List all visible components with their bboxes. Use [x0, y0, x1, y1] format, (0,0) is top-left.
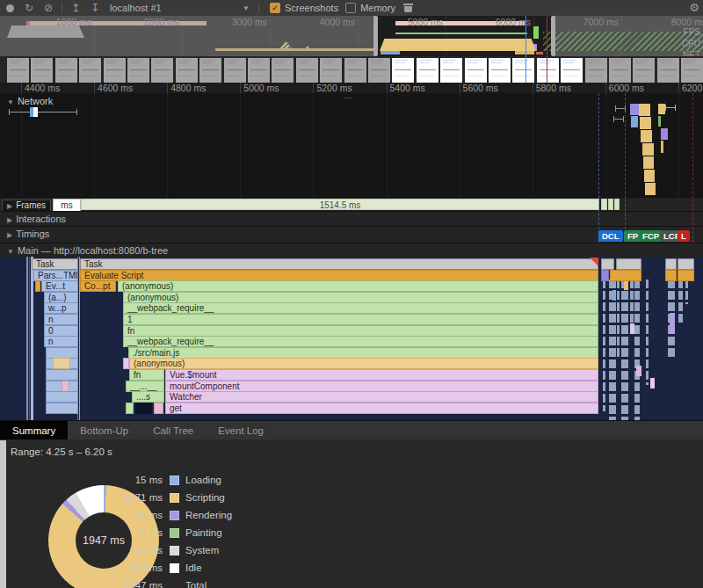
screenshot-thumbnail[interactable] — [55, 58, 77, 83]
scrollbar-track[interactable] — [0, 440, 6, 588]
screenshot-thumbnail[interactable] — [609, 58, 631, 83]
interactions-header[interactable]: ▶Interactions — [7, 214, 66, 224]
network-request-bar[interactable] — [613, 116, 614, 122]
flame-bar-task[interactable]: Task — [80, 258, 598, 270]
tab-call-tree[interactable]: Call Tree — [141, 421, 206, 440]
network-request-bar[interactable] — [76, 109, 77, 115]
target-select[interactable]: localhost #1 ▼ — [105, 3, 255, 13]
screenshot-thumbnail[interactable] — [272, 58, 294, 83]
flame-bar[interactable] — [62, 381, 69, 392]
flame-bar--[interactable]: __...__ — [126, 381, 164, 392]
tab-summary[interactable]: Summary — [0, 421, 68, 440]
screenshot-thumbnail[interactable] — [585, 58, 607, 83]
flame-bar-fn[interactable]: fn — [123, 325, 598, 337]
network-request-bar[interactable] — [9, 112, 77, 113]
flame-bar[interactable] — [154, 403, 163, 414]
flame-bar--s[interactable]: ....s — [132, 391, 164, 403]
flame-bar[interactable] — [46, 403, 78, 414]
screenshot-thumbnail[interactable] — [633, 58, 655, 83]
flame-bar[interactable] — [35, 280, 40, 292]
screenshot-thumbnail[interactable] — [151, 58, 173, 83]
network-request-bar[interactable] — [645, 183, 656, 195]
network-request-bar[interactable] — [615, 105, 616, 112]
flame-bar--webpack-require-[interactable]: __webpack_require__ — [123, 336, 598, 347]
flame-bar-vue-mount[interactable]: Vue.$mount — [165, 369, 598, 381]
network-request-bar[interactable] — [658, 116, 661, 127]
screenshot-thumbnail[interactable] — [344, 58, 366, 83]
record-button[interactable] — [0, 1, 19, 15]
flame-bar[interactable] — [665, 258, 677, 270]
network-request-bar[interactable] — [640, 117, 651, 129]
flame-bar[interactable] — [616, 258, 641, 270]
network-request-bar[interactable] — [631, 116, 638, 127]
reload-and-record-button[interactable]: ↻ — [19, 1, 39, 15]
screenshot-thumbnail[interactable] — [681, 58, 703, 83]
tab-bottom-up[interactable]: Bottom-Up — [68, 421, 141, 440]
screenshot-thumbnail[interactable] — [561, 58, 583, 83]
flame-bar-mountcomponent[interactable]: mountComponent — [165, 381, 598, 392]
selection-handle-left[interactable] — [373, 16, 378, 56]
screenshot-thumbnail[interactable] — [537, 58, 559, 83]
timings-track[interactable]: ▶Timings DCLFPFCPLCPL — [0, 226, 703, 243]
screenshot-thumbnail[interactable] — [199, 58, 221, 83]
flame-bar[interactable] — [46, 391, 78, 403]
frames-track[interactable]: ▶Frames ms 1514.5 ms — [0, 197, 703, 212]
frame-ms-box[interactable]: ms — [53, 199, 81, 212]
flame-bar-1[interactable]: 1 — [123, 314, 598, 325]
frame-segment[interactable] — [614, 199, 620, 210]
flame-bar[interactable] — [126, 403, 134, 414]
screenshot-thumbnail[interactable] — [127, 58, 149, 83]
screenshot-thumbnail[interactable] — [176, 58, 198, 83]
flame-bar-fn[interactable]: fn — [129, 369, 164, 381]
screenshot-thumbnail[interactable] — [296, 58, 318, 83]
screenshot-thumbnail[interactable] — [31, 58, 53, 83]
load-profile-button[interactable]: ↥ — [66, 1, 85, 15]
flame-bar[interactable] — [678, 258, 694, 270]
main-track-header[interactable]: ▼Main — http://localhost:8080/b-tree — [0, 243, 703, 258]
network-request-bar[interactable] — [639, 104, 650, 116]
flame-bar-pars-tml[interactable]: Pars...TML — [33, 270, 78, 281]
flame-bar-get[interactable]: get — [165, 403, 598, 414]
save-profile-button[interactable]: ↧ — [85, 1, 105, 15]
flame-bar--anonymous-[interactable]: (anonymous) — [129, 358, 598, 369]
flame-bar-n[interactable]: n — [44, 314, 78, 325]
screenshot-thumbnail[interactable] — [657, 58, 679, 83]
timeline-overview[interactable]: 1000 ms2000 ms3000 ms4000 ms5000 ms6000 … — [0, 16, 703, 56]
flame-bar--a-[interactable]: (a...) — [44, 292, 78, 303]
selection-handle-right[interactable] — [551, 16, 555, 56]
clear-button[interactable]: ⊘ — [39, 1, 58, 15]
network-request-bar[interactable] — [661, 128, 668, 140]
gear-icon[interactable]: ⚙ — [689, 1, 699, 14]
flame-bar--webpack-require-[interactable]: __webpack_require__ — [123, 302, 598, 314]
network-section-header[interactable]: ▼Network — [7, 96, 53, 106]
memory-checkbox[interactable] — [345, 3, 356, 13]
flame-bar-w-p[interactable]: w...p — [44, 302, 78, 314]
tab-event-log[interactable]: Event Log — [206, 421, 276, 440]
timings-header[interactable]: ▶Timings — [7, 229, 49, 239]
screenshot-thumbnail[interactable] — [368, 58, 390, 83]
flame-bar[interactable] — [123, 358, 129, 369]
frame-segment[interactable] — [608, 199, 613, 210]
network-request-bar[interactable] — [641, 130, 652, 142]
network-request-bar[interactable] — [675, 105, 676, 111]
flame-bar[interactable] — [678, 270, 694, 281]
delete-recording-button[interactable] — [404, 4, 412, 12]
main-flame-chart[interactable]: TaskTaskPars...TMLEvaluate ScriptEv...tC… — [0, 257, 703, 420]
screenshot-thumbnail[interactable] — [465, 58, 487, 83]
flame-bar--src-main-js[interactable]: ./src/main.js — [128, 347, 598, 359]
flame-bar[interactable] — [135, 403, 152, 414]
network-request-bar[interactable] — [643, 156, 654, 169]
flame-bar[interactable] — [610, 270, 641, 281]
flame-bar-co-pt[interactable]: Co...pt — [80, 280, 116, 292]
screenshot-thumbnail[interactable] — [104, 58, 126, 83]
screenshot-thumbnail[interactable] — [512, 58, 534, 83]
screenshot-thumbnail[interactable] — [248, 58, 270, 83]
frames-track-header[interactable]: ▶Frames — [2, 200, 51, 212]
screenshot-thumbnail[interactable] — [79, 58, 101, 83]
network-request-bar[interactable] — [630, 104, 639, 115]
overflow-indicator[interactable]: ⋯ — [344, 93, 354, 102]
network-request-bar[interactable] — [661, 141, 663, 153]
screenshot-thumbnail[interactable] — [489, 58, 511, 83]
screenshots-checkbox[interactable]: ✓ — [270, 3, 280, 13]
flame-bar-task[interactable]: Task — [32, 258, 78, 270]
